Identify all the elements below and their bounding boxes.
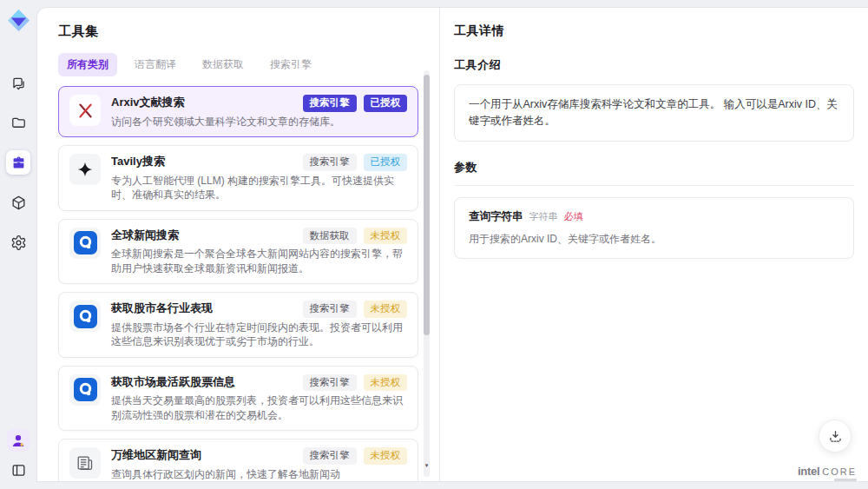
tool-description: 专为人工智能代理 (LLM) 构建的搜索引擎工具。可快速提供实时、准确和真实的结… (111, 174, 407, 202)
tools-panel: 工具集 所有类别语言翻译数据获取搜索引擎 Arxiv文献搜索搜索引擎已授权访问各… (37, 8, 439, 481)
blue-q-icon (69, 374, 101, 406)
cube-icon[interactable] (6, 190, 30, 215)
category-badge: 搜索引擎 (303, 374, 357, 392)
toolbox-icon[interactable] (6, 150, 30, 175)
params-section-title: 参数 (454, 160, 854, 186)
collapse-panel-icon[interactable] (10, 462, 27, 479)
tool-description: 提供股票市场各个行业在特定时间段内的表现。投资者可以利用这些信息来识别表现优于或… (111, 320, 407, 349)
category-badge: 搜索引擎 (303, 95, 357, 112)
scrollbar-thumb[interactable] (424, 75, 430, 335)
tool-card[interactable]: 万维地区新闻查询搜索引擎未授权查询具体行政区划内的新闻，快速了解各地新闻动 (58, 439, 418, 482)
main-window: 工具集 所有类别语言翻译数据获取搜索引擎 Arxiv文献搜索搜索引擎已授权访问各… (36, 7, 868, 482)
tool-card-body: Arxiv文献搜索搜索引擎已授权访问各个研究领域大量科学论文和文章的存储库。 (111, 95, 407, 129)
newspaper-icon (69, 447, 101, 479)
tab-category-1[interactable]: 语言翻译 (126, 53, 185, 76)
tab-category-3[interactable]: 搜索引擎 (261, 53, 320, 76)
app-logo-icon[interactable] (7, 9, 30, 32)
tab-category-0[interactable]: 所有类别 (58, 53, 117, 76)
tool-badges: 搜索引擎未授权 (303, 301, 408, 318)
tool-name: Tavily搜索 (111, 154, 165, 169)
tool-intro-text: 一个用于从Arxiv存储库搜索科学论文和文章的工具。 输入可以是Arxiv ID… (469, 98, 838, 127)
blue-q-icon (69, 301, 101, 332)
tool-badges: 搜索引擎未授权 (303, 374, 408, 392)
scroll-down-arrow[interactable]: ▾ (424, 462, 430, 468)
tool-badges: 搜索引擎已授权 (303, 154, 408, 171)
tool-details-panel: 工具详情 工具介绍 一个用于从Arxiv存储库搜索科学论文和文章的工具。 输入可… (439, 8, 868, 481)
parameter-required-flag: 必填 (564, 210, 583, 223)
tool-card-body: 全球新闻搜索数据获取未授权全球新闻搜索是一个聚合全球各大新闻网站内容的搜索引擎，… (111, 228, 407, 276)
tool-badges: 搜索引擎已授权 (303, 95, 408, 112)
params-list: 查询字符串字符串必填用于搜索的Arxiv ID、关键字或作者姓名。 (454, 197, 854, 259)
arxiv-icon (69, 95, 101, 126)
tool-card-body: 获取市场最活跃股票信息搜索引擎未授权提供当天交易量最高的股票列表，投资者可以利用… (111, 374, 407, 423)
tool-card[interactable]: Tavily搜索搜索引擎已授权专为人工智能代理 (LLM) 构建的搜索引擎工具。… (58, 145, 418, 211)
parameter-box: 查询字符串字符串必填用于搜索的Arxiv ID、关键字或作者姓名。 (454, 197, 854, 259)
user-avatar-icon[interactable] (7, 429, 30, 452)
parameter-type: 字符串 (529, 210, 558, 223)
tool-name: 万维地区新闻查询 (111, 447, 201, 462)
tools-panel-title: 工具集 (58, 23, 439, 40)
tool-description: 全球新闻搜索是一个聚合全球各大新闻网站内容的搜索引擎，帮助用户快速获取全球最新资… (111, 247, 407, 275)
chat-icon[interactable] (6, 70, 30, 95)
tool-card[interactable]: 获取市场最活跃股票信息搜索引擎未授权提供当天交易量最高的股票列表，投资者可以利用… (58, 366, 418, 432)
tab-category-2[interactable]: 数据获取 (194, 53, 253, 76)
tool-card-body: Tavily搜索搜索引擎已授权专为人工智能代理 (LLM) 构建的搜索引擎工具。… (111, 154, 407, 202)
auth-status-badge: 已授权 (364, 154, 408, 171)
category-badge: 搜索引擎 (303, 447, 357, 465)
auth-status-badge: 未授权 (364, 447, 408, 465)
tool-name: 全球新闻搜索 (111, 228, 179, 242)
category-tabs: 所有类别语言翻译数据获取搜索引擎 (58, 53, 439, 76)
sidebar-nav (6, 70, 30, 254)
auth-status-badge: 未授权 (364, 301, 408, 318)
intel-wordmark: intel (798, 465, 819, 478)
category-badge: 数据获取 (303, 228, 357, 245)
category-badge: 搜索引擎 (303, 301, 357, 318)
intro-section-title: 工具介绍 (454, 57, 854, 73)
sidebar-bottom (7, 429, 30, 479)
intel-logo-subline (834, 479, 857, 481)
tool-name: 获取股市各行业表现 (111, 301, 213, 315)
intel-core-logo: intel CORE (798, 465, 857, 478)
auth-status-badge: 已授权 (364, 95, 408, 112)
category-badge: 搜索引擎 (303, 154, 357, 171)
core-wordmark: CORE (822, 466, 857, 477)
parameter-description: 用于搜索的Arxiv ID、关键字或作者姓名。 (469, 232, 839, 247)
download-button[interactable] (819, 420, 852, 453)
tool-name: 获取市场最活跃股票信息 (111, 374, 235, 389)
tool-badges: 搜索引擎未授权 (303, 447, 408, 465)
auth-status-badge: 未授权 (364, 374, 408, 392)
tool-badges: 数据获取未授权 (303, 228, 408, 245)
tool-description: 访问各个研究领域大量科学论文和文章的存储库。 (111, 115, 407, 129)
tool-description: 提供当天交易量最高的股票列表，投资者可以利用这些信息来识别流动性强的股票和潜在的… (111, 393, 407, 422)
tool-card[interactable]: 全球新闻搜索数据获取未授权全球新闻搜索是一个聚合全球各大新闻网站内容的搜索引擎，… (58, 219, 418, 285)
tool-card-body: 万维地区新闻查询搜索引擎未授权查询具体行政区划内的新闻，快速了解各地新闻动 (111, 447, 407, 481)
details-panel-title: 工具详情 (454, 23, 854, 39)
tool-name: Arxiv文献搜索 (111, 95, 185, 109)
tool-intro-box: 一个用于从Arxiv存储库搜索科学论文和文章的工具。 输入可以是Arxiv ID… (454, 84, 854, 142)
settings-icon[interactable] (6, 230, 30, 254)
tool-card-body: 获取股市各行业表现搜索引擎未授权提供股票市场各个行业在特定时间段内的表现。投资者… (111, 301, 407, 349)
download-icon (827, 428, 844, 445)
tools-scrollbar[interactable]: ▾ (424, 70, 430, 477)
tool-description: 查询具体行政区划内的新闻，快速了解各地新闻动 (111, 467, 407, 482)
blue-q-icon (69, 228, 101, 259)
folder-icon[interactable] (6, 110, 30, 135)
tool-card[interactable]: 获取股市各行业表现搜索引擎未授权提供股票市场各个行业在特定时间段内的表现。投资者… (58, 292, 418, 358)
sidebar (0, 0, 36, 489)
star-icon (69, 154, 101, 185)
auth-status-badge: 未授权 (364, 228, 408, 245)
tool-card[interactable]: Arxiv文献搜索搜索引擎已授权访问各个研究领域大量科学论文和文章的存储库。 (58, 86, 418, 137)
tool-list: Arxiv文献搜索搜索引擎已授权访问各个研究领域大量科学论文和文章的存储库。Ta… (58, 86, 418, 482)
parameter-name: 查询字符串 (469, 209, 523, 224)
